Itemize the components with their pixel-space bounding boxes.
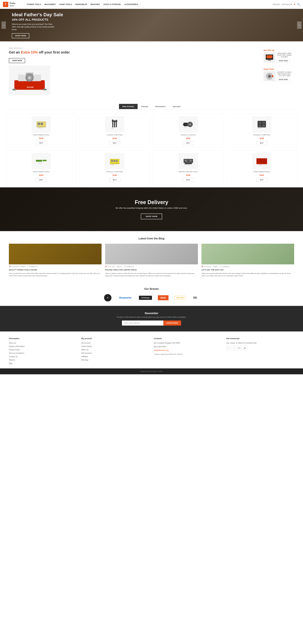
product-card-2: HITACHI HITACHI C10FCE2 $240 BUY: [153, 114, 224, 148]
blog-section: Latest from the Blog 📅 13-09-2016 ADMIN …: [0, 231, 303, 283]
svg-text:STANLEY: STANLEY: [258, 128, 262, 129]
social-youtube[interactable]: ▶: [243, 346, 247, 350]
delivery-cta-button[interactable]: SHOP NOW: [141, 214, 162, 219]
nav-hand-tools[interactable]: HAND TOOLS: [58, 4, 74, 6]
footer-link-delivery-info[interactable]: Delivery Information: [9, 345, 25, 348]
product-price-0: $240: [39, 137, 43, 140]
footer-link-contact-us[interactable]: Contact Us: [9, 356, 18, 358]
tab-specials[interactable]: Specials: [169, 104, 184, 109]
svg-rect-37: [262, 124, 265, 127]
social-twitter[interactable]: t: [232, 346, 236, 350]
footer-email[interactable]: info@demolink.org: [154, 349, 168, 352]
product-buy-0[interactable]: BUY: [36, 141, 47, 145]
social-icons: f t G+ ▶: [226, 346, 294, 350]
svg-rect-61: [264, 158, 265, 163]
svg-rect-10: [268, 59, 271, 60]
blog-card-1: 📅 13-09-2016 ADMIN 12 COMMENTS ROUTER TA…: [105, 244, 198, 277]
svg-text:SKILSAW: SKILSAW: [27, 86, 34, 88]
blog-excerpt-2: Today we're gonna talk about dust! In fa…: [202, 272, 294, 277]
product-buy-1[interactable]: BUY: [109, 141, 120, 145]
blog-author-0: ADMIN: [20, 266, 25, 268]
product-name-5: STANLEY STMTP651: [106, 171, 123, 172]
svg-point-25: [116, 120, 117, 122]
brand-logo-husqvarna[interactable]: Husqvarna: [117, 296, 133, 300]
product-image-4: CRAFTSMAN: [32, 153, 51, 169]
nav-benches[interactable]: BENCHES: [89, 4, 102, 6]
newsletter-email-input[interactable]: [122, 320, 163, 326]
footer-link-gift-vouchers[interactable]: Gift Vouchers: [81, 352, 92, 354]
newsletter-subscribe-button[interactable]: SUBSCRIBE: [163, 320, 181, 326]
tab-bestsellers[interactable]: Bestsellers: [152, 104, 169, 109]
brand-logo-cst[interactable]: CST/berger: [139, 296, 152, 300]
logo[interactable]: T Tools Store: [3, 2, 21, 7]
product-name-1: STANLE STMTP651: [107, 134, 123, 136]
hero-cta-button[interactable]: SHOP NOW: [12, 33, 29, 38]
svg-point-53: [190, 160, 192, 162]
product-image-3: STANLEY: [252, 116, 271, 132]
svg-text:CRAFTSMAN: CRAFTSMAN: [258, 165, 262, 166]
blog-author-2: ADMIN: [213, 266, 218, 268]
nav-vices-storage[interactable]: VICES & STORAGE: [102, 4, 122, 6]
svg-point-52: [185, 160, 187, 162]
promo-card-1-image: [264, 52, 275, 63]
promo-card-2-product: Schver 14 inch Wet Electric Cut off Saw: [276, 71, 292, 76]
product-buy-5[interactable]: BUY: [109, 178, 120, 182]
brand-logo-0[interactable]: ⚙: [104, 294, 112, 302]
product-image-2: HITACHI: [179, 116, 198, 132]
promo-card-1-cta[interactable]: SHOP NOW: [276, 59, 290, 62]
tabs-header: New Arrivals Popular Bestsellers Special…: [6, 104, 297, 109]
footer-bottom: Powered by OpenCart 2. 2016.: [0, 368, 303, 374]
nav-accessories[interactable]: ACCESSORIES: [122, 4, 140, 6]
footer-link-privacy-policy[interactable]: Privacy Policy: [9, 349, 20, 351]
nav-power-tools[interactable]: POWER TOOLS: [25, 4, 43, 6]
brand-logo-powr[interactable]: Powr-Grip: [174, 296, 185, 300]
nav-machinery[interactable]: MACHINERY: [43, 4, 58, 6]
footer-link-terms-conditions[interactable]: Terms & Conditions: [9, 352, 24, 354]
cart-icon[interactable]: ♥: [294, 3, 296, 6]
footer-link-affiliates[interactable]: Affiliates: [81, 356, 88, 358]
footer-link-returns[interactable]: Returns: [9, 359, 15, 361]
nav-workwear[interactable]: WORKWEAR: [74, 4, 89, 6]
svg-rect-36: [258, 124, 262, 127]
hero-next-button[interactable]: ›: [297, 22, 302, 29]
product-buy-6[interactable]: BUY: [183, 178, 194, 182]
svg-point-4: [28, 76, 31, 79]
footer-phone: 800-2345-6789: [154, 345, 222, 348]
brand-logo-ideal[interactable]: Ideal: [158, 295, 168, 300]
blog-excerpt-0: Here you will find more useful informati…: [9, 272, 102, 277]
currency-selector[interactable]: USD DOLLAR: [282, 4, 292, 5]
svg-rect-48: [114, 160, 115, 162]
social-googleplus[interactable]: G+: [237, 346, 242, 350]
footer-link-blog[interactable]: Blog: [9, 362, 12, 364]
svg-text:WATER COOLED: WATER COOLED: [184, 164, 190, 165]
promo-cta-button[interactable]: SHOP NOW: [9, 58, 25, 63]
footer-link-order-history[interactable]: Order History: [81, 345, 92, 348]
social-facebook[interactable]: f: [226, 346, 230, 350]
footer-link-about-us[interactable]: About Us: [9, 342, 16, 344]
footer-tagline: Like, share, or follow for exclusive inf…: [226, 342, 294, 344]
product-buy-2[interactable]: BUY: [183, 141, 194, 145]
product-tabs-section: New Arrivals Popular Bestsellers Special…: [0, 101, 303, 188]
blog-meta-1: 📅 13-09-2016 ADMIN 12 COMMENTS: [105, 266, 198, 268]
footer-link-wish-list[interactable]: Wish List: [81, 349, 88, 351]
language-selector[interactable]: ENGLISH: [273, 4, 280, 5]
product-image-0: CRAFTSMAN: [32, 116, 51, 132]
header-right: ENGLISH USD DOLLAR ♥ 🔍: [273, 3, 300, 6]
product-buy-3[interactable]: BUY: [256, 141, 268, 145]
search-button[interactable]: 🔍: [297, 3, 300, 6]
product-name-3: STANLEY STMTP651: [253, 134, 270, 136]
hero-prev-button[interactable]: ‹: [2, 22, 6, 29]
svg-text:STANLEY: STANLEY: [111, 164, 114, 165]
tab-popular[interactable]: Popular: [138, 104, 152, 109]
product-card-1: STANLEY STANLE STMTP651 $240 BUY: [80, 114, 150, 148]
product-buy-4[interactable]: BUY: [36, 178, 47, 182]
product-buy-7[interactable]: BUY: [256, 178, 268, 182]
footer-link-site-map[interactable]: Site Map: [81, 359, 88, 361]
newsletter-description: Receive a 10% discount code via email wh…: [3, 316, 300, 318]
promo-card-2-cta[interactable]: SHOP NOW: [276, 78, 290, 81]
blog-comments-0: 12 COMMENTS: [27, 266, 38, 268]
tab-new-arrivals[interactable]: New Arrivals: [119, 104, 138, 109]
brand-logo-sk[interactable]: SK: [192, 295, 199, 300]
blog-calendar-icon-2: 📅 13-09-2016: [202, 266, 211, 268]
footer-link-my-account[interactable]: My Account: [81, 342, 90, 344]
